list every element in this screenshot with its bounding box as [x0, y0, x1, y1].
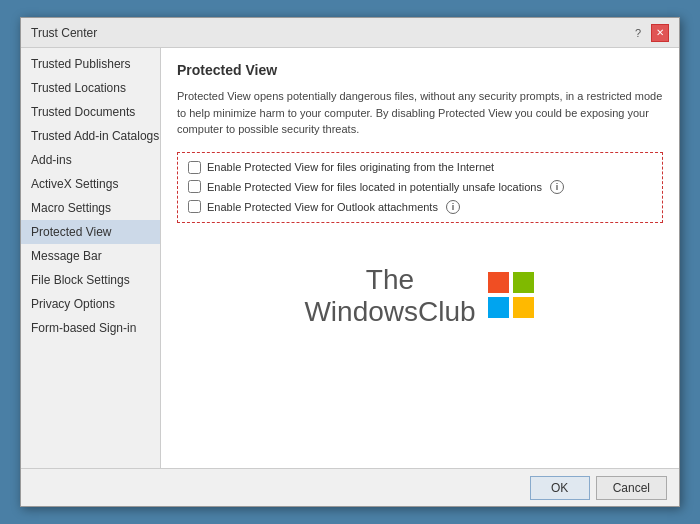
svg-rect-2 [488, 297, 509, 318]
sidebar-item-trusted-documents[interactable]: Trusted Documents [21, 100, 160, 124]
watermark: The WindowsClub [177, 263, 663, 329]
protected-view-options: Enable Protected View for files originat… [177, 152, 663, 223]
sidebar: Trusted PublishersTrusted LocationsTrust… [21, 48, 161, 468]
svg-rect-0 [488, 272, 509, 293]
watermark-content: The WindowsClub [304, 263, 535, 329]
watermark-text-block: The WindowsClub [304, 263, 475, 329]
cb-outlook-checkbox[interactable] [188, 200, 201, 213]
sidebar-item-privacy[interactable]: Privacy Options [21, 292, 160, 316]
main-content: Protected View Protected View opens pote… [161, 48, 679, 468]
sidebar-item-trusted-publishers[interactable]: Trusted Publishers [21, 52, 160, 76]
cb-internet-label: Enable Protected View for files originat… [207, 161, 494, 173]
svg-rect-1 [513, 272, 534, 293]
checkbox-row-cb-outlook: Enable Protected View for Outlook attach… [188, 200, 652, 214]
section-description: Protected View opens potentially dangero… [177, 88, 663, 138]
cb-unsafe-info-icon[interactable]: i [550, 180, 564, 194]
cancel-button[interactable]: Cancel [596, 476, 667, 500]
sidebar-item-addins[interactable]: Add-ins [21, 148, 160, 172]
sidebar-item-message-bar[interactable]: Message Bar [21, 244, 160, 268]
ok-button[interactable]: OK [530, 476, 590, 500]
checkbox-row-cb-internet: Enable Protected View for files originat… [188, 161, 652, 174]
dialog-body: Trusted PublishersTrusted LocationsTrust… [21, 48, 679, 468]
sidebar-item-protected-view[interactable]: Protected View [21, 220, 160, 244]
cb-outlook-info-icon[interactable]: i [446, 200, 460, 214]
windows-logo-icon [486, 270, 536, 320]
title-bar-left: Trust Center [31, 26, 97, 40]
sidebar-item-form-signin[interactable]: Form-based Sign-in [21, 316, 160, 340]
cb-internet-checkbox[interactable] [188, 161, 201, 174]
cb-unsafe-checkbox[interactable] [188, 180, 201, 193]
section-title: Protected View [177, 62, 663, 78]
sidebar-item-trusted-locations[interactable]: Trusted Locations [21, 76, 160, 100]
cb-outlook-label: Enable Protected View for Outlook attach… [207, 201, 438, 213]
sidebar-item-file-block[interactable]: File Block Settings [21, 268, 160, 292]
watermark-line1: The [304, 263, 475, 297]
title-bar: Trust Center ? ✕ [21, 18, 679, 48]
close-button[interactable]: ✕ [651, 24, 669, 42]
checkbox-row-cb-unsafe: Enable Protected View for files located … [188, 180, 652, 194]
trust-center-dialog: Trust Center ? ✕ Trusted PublishersTrust… [20, 17, 680, 507]
dialog-footer: OK Cancel [21, 468, 679, 506]
sidebar-item-trusted-addins[interactable]: Trusted Add-in Catalogs [21, 124, 160, 148]
sidebar-item-macro[interactable]: Macro Settings [21, 196, 160, 220]
help-button[interactable]: ? [629, 24, 647, 42]
sidebar-item-activex[interactable]: ActiveX Settings [21, 172, 160, 196]
dialog-title: Trust Center [31, 26, 97, 40]
title-bar-buttons: ? ✕ [629, 24, 669, 42]
watermark-line2: WindowsClub [304, 296, 475, 328]
cb-unsafe-label: Enable Protected View for files located … [207, 181, 542, 193]
svg-rect-3 [513, 297, 534, 318]
